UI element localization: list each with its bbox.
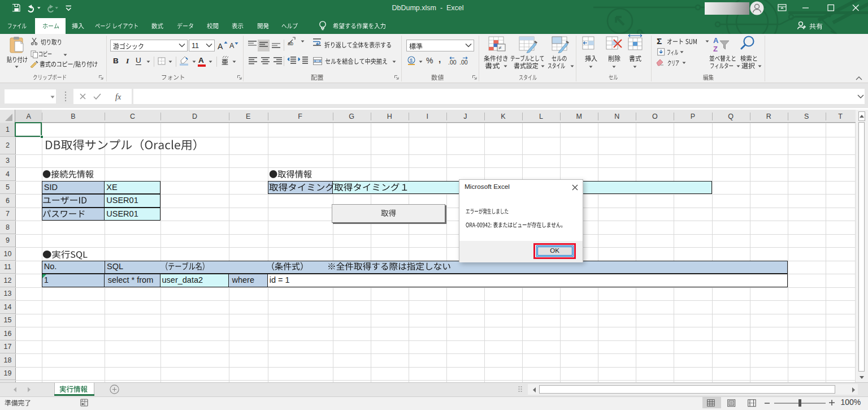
svg-text:A: A bbox=[713, 36, 719, 45]
svg-text:Z: Z bbox=[713, 45, 718, 53]
svg-text:ab: ab bbox=[288, 41, 293, 46]
svg-text:.00: .00 bbox=[459, 59, 468, 66]
svg-text:.00: .00 bbox=[448, 59, 457, 66]
svg-text:≠: ≠ bbox=[498, 45, 502, 51]
svg-text:$: $ bbox=[410, 58, 413, 63]
